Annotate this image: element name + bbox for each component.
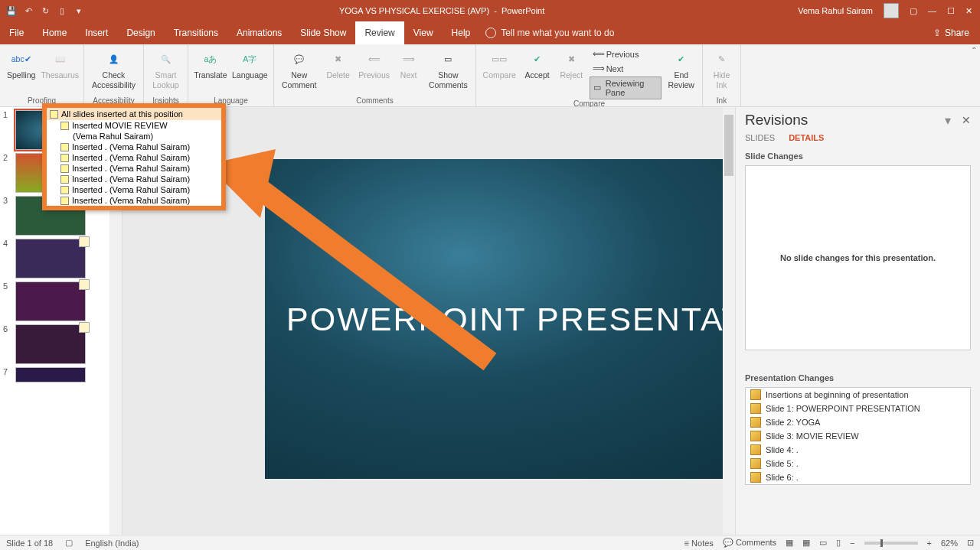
tab-design[interactable]: Design [117,21,164,44]
spell-check-icon[interactable]: ▢ [65,538,73,548]
language-status[interactable]: English (India) [85,539,139,548]
revision-row[interactable]: Inserted . (Vema Rahul Sairam) [47,195,221,206]
popup-header[interactable]: All slides inserted at this position [47,108,221,120]
smart-lookup-button[interactable]: 🔍Smart Lookup [149,46,183,89]
start-from-beginning-icon[interactable]: ▯ [55,4,69,18]
close-panel-icon[interactable]: ✕ [962,114,971,126]
checkbox-icon[interactable] [50,110,58,119]
revisions-tab-slides[interactable]: SLIDES [745,133,775,142]
stage-scrollbar[interactable] [723,107,735,535]
checkbox-icon[interactable] [60,197,69,205]
ribbon-display-icon[interactable]: ▢ [910,6,917,16]
revision-row[interactable]: Inserted . (Vema Rahul Sairam) [47,142,221,152]
notes-button[interactable]: ≡ Notes [684,539,714,548]
new-comment-button[interactable]: 💬New Comment [279,46,320,89]
tab-slideshow[interactable]: Slide Show [291,21,355,44]
slide-thumbnail[interactable] [15,367,86,382]
slide-thumbnail[interactable] [15,239,86,278]
status-bar: Slide 1 of 18 ▢ English (India) ≡ Notes … [0,535,980,550]
panel-options-icon[interactable]: ▾ [945,113,951,128]
smart-lookup-icon: 🔍 [156,49,176,69]
show-comments-button[interactable]: ▭Show Comments [426,46,471,89]
maximize-icon[interactable]: ☐ [947,6,955,16]
tab-animations[interactable]: Animations [227,21,291,44]
translate-icon: aあ [201,49,220,69]
no-changes-message: No slide changes for this presentation. [745,165,971,350]
checkbox-icon[interactable] [60,122,69,130]
change-item[interactable]: Slide 1: POWERPOINT PRESENTATION [746,402,970,415]
slide-sorter-icon[interactable]: ▦ [802,538,810,548]
collapse-ribbon-icon[interactable]: ⌃ [971,46,977,54]
next-comment-button[interactable]: ⟹Next [394,46,422,80]
undo-icon[interactable]: ↶ [21,4,35,18]
checkbox-icon[interactable] [60,143,69,151]
language-button[interactable]: A字Language [231,46,269,80]
show-comments-icon: ▭ [438,49,458,69]
change-item[interactable]: Insertions at beginning of presentation [746,388,970,402]
save-icon[interactable]: 💾 [5,4,18,18]
checkbox-icon[interactable] [60,175,69,184]
revisions-panel: Revisions ▾ ✕ SLIDES DETAILS Slide Chang… [735,107,980,535]
reject-button[interactable]: ✖Reject [557,46,586,80]
zoom-slider[interactable] [864,542,918,545]
change-item[interactable]: Slide 5: . [746,457,970,470]
tell-me[interactable]: Tell me what you want to do [485,21,614,44]
compare-previous-button[interactable]: ⟸Previous [590,47,662,61]
fit-to-window-icon[interactable]: ⊡ [967,538,974,548]
end-review-button[interactable]: ✔End Review [665,46,697,89]
close-icon[interactable]: ✕ [965,6,972,16]
zoom-level[interactable]: 62% [941,539,958,548]
change-item[interactable]: Slide 3: MOVIE REVIEW [746,429,970,443]
checkbox-icon[interactable] [60,154,69,162]
revision-row[interactable]: Inserted . (Vema Rahul Sairam) [47,174,221,184]
translate-button[interactable]: aあTranslate [193,46,228,80]
checkbox-icon[interactable] [60,164,69,173]
change-item[interactable]: Slide 6: . [746,470,970,484]
reading-view-icon[interactable]: ▭ [819,538,827,548]
spelling-button[interactable]: abc✔Spelling [5,46,38,80]
hide-ink-button[interactable]: ✎Hide Ink [707,46,736,89]
compare-icon: ▭▭ [489,49,509,69]
checkbox-icon[interactable] [60,186,69,194]
share-button[interactable]: ⇪Share [923,21,980,44]
normal-view-icon[interactable]: ▦ [786,538,793,548]
slide-thumbnail[interactable] [15,282,86,321]
tab-view[interactable]: View [404,21,443,44]
slide-counter[interactable]: Slide 1 of 18 [6,539,53,548]
previous-comment-button[interactable]: ⟸Previous [357,46,392,80]
compare-next-button[interactable]: ⟹Next [590,62,662,76]
change-item[interactable]: Slide 4: . [746,443,970,457]
revision-row[interactable]: Inserted . (Vema Rahul Sairam) [47,152,221,163]
tab-transitions[interactable]: Transitions [165,21,227,44]
qat-dropdown-icon[interactable]: ▾ [72,4,86,18]
comments-button[interactable]: 💬 Comments [723,538,776,548]
revision-row[interactable]: Inserted . (Vema Rahul Sairam) [47,184,221,195]
tab-help[interactable]: Help [443,21,480,44]
minimize-icon[interactable]: — [928,6,936,15]
delete-comment-button[interactable]: ✖Delete [323,46,354,80]
delete-icon: ✖ [328,49,348,69]
zoom-in-icon[interactable]: + [927,539,932,548]
accept-icon: ✔ [528,49,547,69]
accept-button[interactable]: ✔Accept [521,46,554,80]
tab-insert[interactable]: Insert [76,21,117,44]
slide-thumbnail[interactable] [15,324,86,364]
reviewing-pane-button[interactable]: ▭Reviewing Pane [590,76,662,99]
revisions-tab-details[interactable]: DETAILS [789,133,824,142]
thesaurus-button[interactable]: 📖Thesaurus [41,46,79,80]
revision-row[interactable]: Inserted . (Vema Rahul Sairam) [47,163,221,174]
tab-review[interactable]: Review [355,21,403,44]
change-icon [750,417,761,428]
slideshow-view-icon[interactable]: ▯ [836,538,841,548]
redo-icon[interactable]: ↻ [38,4,52,18]
tab-file[interactable]: File [0,21,33,44]
zoom-out-icon[interactable]: − [850,539,854,548]
tab-home[interactable]: Home [33,21,76,44]
revision-row[interactable]: Inserted MOVIE REVIEW [47,120,221,131]
compare-button[interactable]: ▭▭Compare [481,46,518,80]
avatar[interactable] [884,3,899,18]
user-name[interactable]: Vema Rahul Sairam [798,6,873,15]
change-item[interactable]: Slide 2: YOGA [746,415,970,429]
next-icon: ⟹ [593,63,603,74]
check-accessibility-button[interactable]: 👤Check Accessibility [89,46,139,89]
